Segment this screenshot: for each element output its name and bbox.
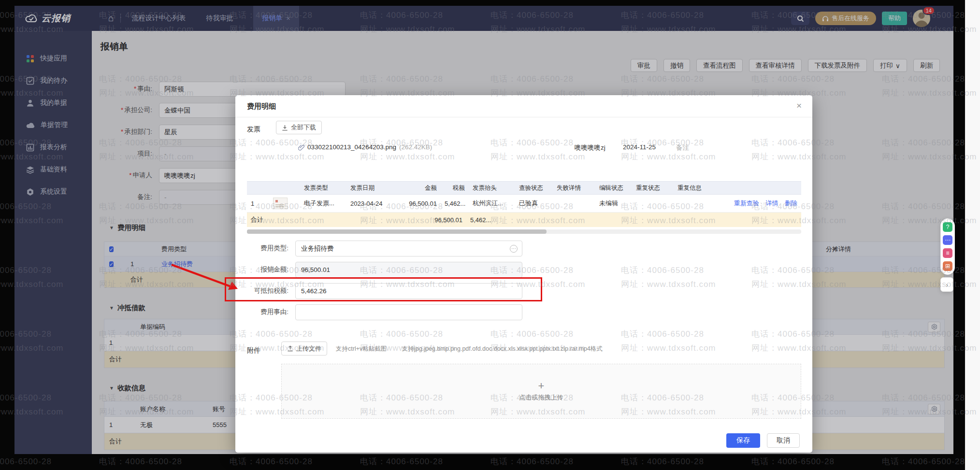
total-label: 合计 (247, 215, 300, 224)
download-all-button[interactable]: 全部下载 (276, 121, 322, 134)
survey-float-icon[interactable]: ≡ (943, 248, 952, 258)
floating-helper-panel: ? ⋯ ≡ ⊞ (940, 218, 955, 275)
header-amount: 金额 (395, 184, 441, 192)
screenshot-frame: 云报销 ⌂ 流程设计中心列表 待我审批 报销单 × 售后在线服务 (0, 0, 980, 470)
download-icon (282, 125, 288, 131)
header-tax: 税额 (441, 184, 469, 192)
apps-float-icon[interactable]: ⊞ (943, 261, 952, 271)
collapse-chevron-tab[interactable]: › (940, 277, 953, 292)
deductible-tax-input[interactable]: 5,462.26 (295, 283, 522, 299)
paperclip-icon (298, 144, 304, 151)
attachment-user: 噢噢噢噢zj (575, 143, 605, 152)
scrollbar-thumb[interactable] (247, 229, 547, 234)
modal-header: 费用明细 × (235, 95, 812, 117)
header-invoice-title: 发票抬头 (469, 184, 515, 192)
delete-link[interactable]: 删除 (785, 199, 797, 207)
header-dup-status: 重复状态 (632, 184, 674, 192)
invoice-table: 发票类型 发票日期 金额 税额 发票抬头 查验状态 失败详情 编辑状态 重复状态… (247, 181, 801, 227)
header-verify-status: 查验状态 (515, 184, 553, 192)
header-edit-status: 编辑状态 (595, 184, 632, 192)
dropzone-text: 点击或拖拽上传 (519, 393, 563, 402)
field-label: 可抵扣税额: (244, 286, 288, 295)
tax-cell: 5,462... (441, 200, 469, 207)
edit-status-cell: 未编辑 (595, 199, 632, 208)
total-amount: 96,500.01 (420, 216, 466, 224)
invoice-table-row: 1 电子发票... 2023-04-24 96,500.01 5,462... … (247, 195, 801, 213)
row-actions: 重新查验 详情 删除 (722, 199, 801, 208)
expense-type-input[interactable]: 业务招待费 ··· (295, 241, 522, 256)
header-invoice-type: 发票类型 (300, 184, 346, 192)
plus-icon: + (538, 381, 545, 391)
modal-field-reimburse-amount: 报销金额: 96,500.01 (244, 261, 522, 278)
invoice-type-cell: 电子发票... (300, 199, 346, 208)
invoice-title-cell: 杭州滨江... (469, 199, 515, 208)
cancel-button[interactable]: 取消 (767, 433, 800, 448)
invoice-table-total-row: 合计 96,500.01 5,462... (247, 213, 801, 227)
help-float-icon[interactable]: ? (943, 222, 952, 232)
more-options-icon[interactable]: ··· (510, 245, 518, 253)
modal-field-expense-type: 费用类型: 业务招待费 ··· (244, 240, 522, 256)
horizontal-scrollbar[interactable] (247, 229, 801, 234)
invoice-label: 发票 (247, 125, 260, 134)
chat-float-icon[interactable]: ⋯ (943, 235, 952, 245)
expense-reason-input[interactable] (295, 304, 522, 320)
upload-icon (287, 345, 293, 352)
invoice-thumbnail-cell (269, 198, 300, 209)
upload-dropzone[interactable]: + 点击或拖拽上传 (281, 364, 801, 419)
header-fail-detail: 失败详情 (553, 184, 595, 192)
header-dup-info: 重复信息 (674, 184, 722, 192)
upload-file-button[interactable]: 上传文件 (281, 342, 327, 356)
reimburse-amount-input: 96,500.01 (295, 262, 522, 278)
field-label: 报销金额: (244, 265, 288, 274)
upload-file-label: 上传文件 (296, 344, 321, 353)
save-button[interactable]: 保存 (726, 433, 760, 448)
total-tax: 5,462... (466, 216, 494, 224)
attachment-size: (262.42KB) (399, 143, 432, 151)
header-invoice-date: 发票日期 (346, 184, 395, 192)
download-all-label: 全部下载 (291, 123, 316, 132)
field-label: 费用类型: (244, 244, 288, 253)
invoice-thumbnail[interactable] (273, 198, 288, 209)
attachment-date: 2024-11-25 (623, 143, 656, 151)
detail-link[interactable]: 详情 (765, 199, 778, 207)
modal-field-expense-reason: 费用事由: (244, 304, 522, 320)
modal-title: 费用明细 (247, 95, 276, 117)
attachment-row[interactable]: 033022100213_04264203.png (262.42KB) (298, 143, 432, 151)
right-edge-strip (965, 0, 980, 470)
paste-hint: 支持ctrl+v粘贴截图 (336, 345, 387, 353)
attachment-filename[interactable]: 033022100213_04264203.png (307, 143, 396, 151)
row-index: 1 (247, 200, 269, 207)
expense-detail-modal: 费用明细 × 发票 全部下载 033022100213_04264203.png… (235, 95, 812, 453)
modal-field-deductible-tax: 可抵扣税额: 5,462.26 (244, 283, 522, 299)
verify-status-cell: 已验真 (515, 199, 553, 208)
amount-cell: 96,500.01 (395, 200, 441, 207)
invoice-date-cell: 2023-04-24 (346, 200, 395, 207)
attachment-note: 备注 (676, 143, 689, 152)
field-label: 费用事由: (244, 308, 288, 316)
expense-type-value: 业务招待费 (301, 245, 334, 252)
attachment-label: 附件 (247, 346, 260, 355)
recheck-link[interactable]: 重新查验 (734, 199, 759, 207)
format-hint: 支持jpg.jpeg.bmp.png.pdf.ofd.doc.docx.xls.… (402, 345, 603, 353)
invoice-table-header: 发票类型 发票日期 金额 税额 发票抬头 查验状态 失败详情 编辑状态 重复状态… (247, 182, 801, 195)
modal-close-icon[interactable]: × (796, 95, 802, 116)
